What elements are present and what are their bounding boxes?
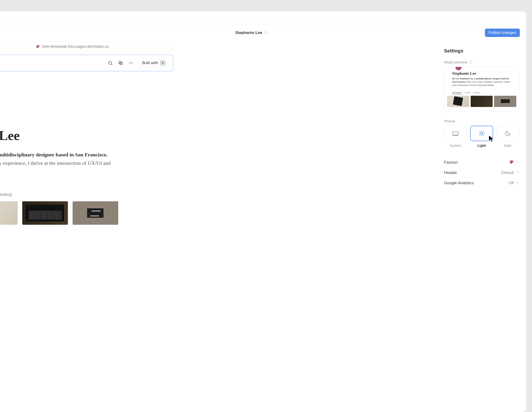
help-icon[interactable]: ? [469,61,473,64]
notion-icon: N [160,61,165,65]
chevron-down-icon [516,160,519,165]
ga-label: Google Analytics [444,181,474,185]
preview-sub-2: . [0,168,173,176]
share-preview-card[interactable]: Stephanie Lee Hi, I'm Stephanie Lee, a m… [444,67,519,111]
preview-tabs: bile Desktop [0,192,173,197]
ga-value: Off [509,181,514,185]
theme-label: Theme [444,119,519,123]
mini-tab-desktop: Desktop [474,92,481,94]
theme-option-system[interactable]: System [444,126,467,148]
header-label: Header [444,170,457,175]
palette-icon [510,160,514,165]
svg-point-8 [130,63,131,63]
gallery-card[interactable] [22,201,68,225]
more-icon[interactable] [128,60,133,66]
settings-title: Settings [444,48,519,54]
mini-tab-mobile: Mobile [465,92,470,94]
svg-point-9 [132,63,133,63]
preview-frame-toolbar: Built with N [0,55,173,71]
theme-option-light[interactable]: Light [470,126,493,148]
svg-point-7 [129,63,130,63]
svg-point-1 [38,46,38,46]
publish-changes-button[interactable]: Publish changes [485,28,520,37]
svg-line-19 [483,135,484,136]
svg-rect-13 [453,132,458,135]
mini-tab-all: All Projects [452,92,462,94]
chevron-right-icon [516,181,519,185]
settings-row-header[interactable]: Header Default [444,168,519,178]
svg-point-2 [38,46,39,47]
preview-lead: anie Lee, a multidisciplinary designer b… [0,151,173,159]
gallery-card[interactable] [73,201,118,225]
svg-point-0 [37,46,38,47]
help-icon[interactable]: ? [264,31,268,35]
window-chrome-spacer [0,11,526,24]
search-icon[interactable] [108,60,113,66]
mini-card [471,96,493,107]
svg-point-24 [511,161,511,162]
settings-row-ga[interactable]: Google Analytics Off [444,178,519,188]
mini-card [447,96,469,107]
svg-point-15 [481,132,483,134]
tab-desktop[interactable]: Desktop [0,192,12,197]
settings-row-favicon[interactable]: Favicon [444,157,519,168]
gallery-card[interactable] [0,201,18,225]
favicon-label: Favicon [444,160,458,165]
palette-icon [36,45,40,48]
svg-line-22 [480,135,480,136]
header-value: Default [501,170,514,175]
svg-point-26 [512,161,513,162]
preview-sub-1: ars of industry experience, I thrive at … [0,159,173,167]
site-url-pill[interactable]: time-lemonade-61a.pages.dev/notion.co [0,41,173,52]
mini-card [494,96,516,107]
svg-line-18 [480,131,480,132]
chevron-right-icon [516,170,519,175]
preview-gallery [0,201,173,225]
copy-icon[interactable] [118,60,123,66]
page-preview-content: anie Lee anie Lee, a multidisciplinary d… [0,71,173,225]
preview-heading: anie Lee [0,128,173,143]
settings-sidebar: Settings Share preview ? Stephanie Lee H… [437,41,526,412]
share-card-heading: Stephanie Lee [452,71,511,76]
site-url-text: time-lemonade-61a.pages.dev/notion.co [42,45,109,49]
svg-line-4 [111,64,112,65]
preview-column: time-lemonade-61a.pages.dev/notion.co Bu… [0,41,437,412]
title-bar: Stephanie Lee ? Publish changes [0,24,526,41]
svg-line-23 [483,131,484,132]
svg-point-25 [511,161,512,161]
built-with-badge[interactable]: Built with N [139,58,169,67]
built-with-label: Built with [142,61,158,65]
share-card-tabs: All Projects Mobile Desktop [452,92,511,94]
page-title: Stephanie Lee [235,30,262,35]
theme-option-dark[interactable]: Dark [496,126,519,148]
share-card-gallery [444,96,519,109]
share-preview-label: Share preview ? [444,60,519,64]
